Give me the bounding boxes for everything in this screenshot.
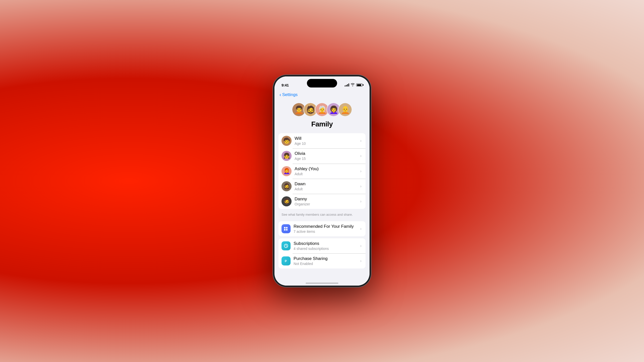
member-olivia-detail: Age 15 xyxy=(295,156,358,161)
family-member-olivia[interactable]: 👧 Olivia Age 15 › xyxy=(278,148,366,163)
page-title: Family xyxy=(311,120,333,128)
member-danny-detail: Organizer xyxy=(295,202,358,206)
feature-list: Recommended For Your Family 7 active ite… xyxy=(278,221,366,236)
battery-icon xyxy=(356,83,363,86)
purchase-sharing-subtitle: Not Enabled xyxy=(294,261,358,266)
status-icons xyxy=(345,83,363,87)
subscriptions-subtitle: 4 shared subscriptions xyxy=(294,246,358,251)
back-chevron-icon: ‹ xyxy=(279,92,281,98)
back-label: Settings xyxy=(282,92,298,97)
avatar-dawn: 🧑‍🦲 xyxy=(338,103,352,117)
avatar-danny-small: 🧔 xyxy=(281,196,292,206)
avatar-will-small: 🧒 xyxy=(281,136,292,146)
header-section: 🧑‍🦱 🧔 🧑‍🦳 👩‍🦱 xyxy=(274,99,370,133)
avatar-dawn-small: 🧔‍♀️ xyxy=(281,181,292,191)
avatar-olivia-small: 👧 xyxy=(281,151,292,161)
family-member-will[interactable]: 🧒 Will Age 10 › xyxy=(278,133,366,148)
member-will-detail: Age 10 xyxy=(295,141,358,146)
chevron-icon: › xyxy=(360,259,361,263)
member-dawn-name: Dawn xyxy=(295,181,358,187)
svg-text:P: P xyxy=(285,259,287,263)
home-indicator-area xyxy=(274,279,370,286)
section-footer: See what family members can access and s… xyxy=(274,211,370,221)
subscriptions-item[interactable]: Subscriptions 4 shared subscriptions › xyxy=(278,238,366,253)
purchase-sharing-icon: P xyxy=(281,256,291,265)
member-ashley-detail: Adult xyxy=(295,172,358,176)
member-danny-name: Danny xyxy=(295,196,358,202)
member-ashley-name: Ashley (You) xyxy=(295,166,358,172)
member-olivia-name: Olivia xyxy=(295,151,358,156)
back-navigation: ‹ Settings xyxy=(274,90,370,99)
subscriptions-icon xyxy=(281,241,291,250)
svg-rect-1 xyxy=(286,227,288,229)
recommended-subtitle: 7 active items xyxy=(294,229,358,234)
status-bar: 9:41 xyxy=(274,76,370,90)
svg-rect-0 xyxy=(284,227,286,229)
purchase-sharing-title: Purchase Sharing xyxy=(294,256,358,261)
status-time: 9:41 xyxy=(281,83,289,87)
family-members-list: 🧒 Will Age 10 › 👧 Olivia Age 15 › xyxy=(278,133,366,209)
family-avatars-row: 🧑‍🦱 🧔 🧑‍🦳 👩‍🦱 xyxy=(292,103,352,117)
subscriptions-title: Subscriptions xyxy=(294,241,358,246)
recommended-item[interactable]: Recommended For Your Family 7 active ite… xyxy=(278,221,366,236)
scroll-area[interactable]: ‹ Settings 🧑‍🦱 🧔 🧑‍🦳 xyxy=(274,90,370,279)
chevron-icon: › xyxy=(360,227,361,231)
chevron-icon: › xyxy=(360,169,361,173)
wifi-icon xyxy=(351,83,355,87)
avatar-ashley-small: 👩‍🦰 xyxy=(281,166,292,176)
svg-rect-3 xyxy=(286,229,288,231)
svg-rect-2 xyxy=(284,229,286,231)
signal-icon xyxy=(345,83,349,86)
chevron-icon: › xyxy=(360,199,361,204)
family-member-ashley[interactable]: 👩‍🦰 Ashley (You) Adult › xyxy=(278,164,366,179)
recommended-icon xyxy=(281,224,291,233)
chevron-icon: › xyxy=(360,184,361,189)
chevron-icon: › xyxy=(360,154,361,158)
phone-screen: 9:41 xyxy=(274,76,370,286)
dynamic-island xyxy=(307,79,337,87)
back-button[interactable]: ‹ Settings xyxy=(279,92,298,98)
phone-frame: 9:41 xyxy=(273,75,371,287)
member-dawn-detail: Adult xyxy=(295,187,358,191)
chevron-icon: › xyxy=(360,139,361,143)
home-indicator xyxy=(306,283,338,284)
family-member-dawn[interactable]: 🧔‍♀️ Dawn Adult › xyxy=(278,179,366,194)
chevron-icon: › xyxy=(360,244,361,248)
purchase-sharing-item[interactable]: P Purchase Sharing Not Enabled › xyxy=(278,253,366,268)
family-member-danny[interactable]: 🧔 Danny Organizer › xyxy=(278,194,366,209)
sharing-list: Subscriptions 4 shared subscriptions › P… xyxy=(278,238,366,269)
recommended-title: Recommended For Your Family xyxy=(294,224,358,229)
member-will-name: Will xyxy=(295,136,358,141)
